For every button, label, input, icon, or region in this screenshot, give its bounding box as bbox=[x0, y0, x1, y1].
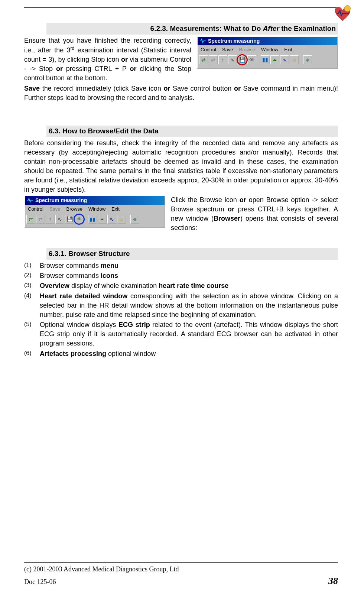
exit-door-icon[interactable]: ⎆ bbox=[130, 215, 139, 224]
list-item: Browser commands icons bbox=[24, 271, 338, 280]
spectrum-toolbar-save: Spectrum measuring Control Save Browse W… bbox=[197, 36, 338, 69]
heading-text: 6.3. How to Browse/Edit the Data bbox=[49, 127, 159, 135]
menu-window[interactable]: Window bbox=[261, 46, 278, 53]
eye-icon[interactable]: 👁 bbox=[75, 215, 84, 224]
para-623-2: Save the record immediately (click Save … bbox=[24, 84, 338, 103]
menu-exit[interactable]: Exit bbox=[284, 46, 292, 53]
eye-icon[interactable]: 👁 bbox=[247, 55, 256, 64]
menu-control[interactable]: Control bbox=[201, 46, 216, 53]
menu-exit[interactable]: Exit bbox=[111, 206, 120, 212]
section-6-2-3-body: Spectrum measuring Control Save Browse W… bbox=[24, 36, 338, 103]
list-item: Overview display of whole examination he… bbox=[24, 281, 338, 291]
page-number: 38 bbox=[328, 574, 338, 588]
chart-blue-icon[interactable]: ∿ bbox=[280, 55, 289, 64]
menu-browse: Browse bbox=[239, 46, 255, 53]
para-63-intro: Before considering the results, check th… bbox=[24, 139, 338, 195]
chart-green-icon[interactable]: ⏶ bbox=[270, 55, 279, 64]
smiley-icon[interactable]: ☺ bbox=[117, 215, 126, 224]
toolbar-menu: Control Save Browse Window Exit bbox=[198, 45, 337, 54]
menu-window[interactable]: Window bbox=[88, 206, 105, 212]
menu-browse[interactable]: Browse bbox=[66, 206, 82, 212]
heading-text: 6.2.3. Measurements: What to Do bbox=[150, 25, 263, 32]
heading-text: 6.3.1. Browser Structure bbox=[49, 250, 130, 257]
wave-icon[interactable]: ∿ bbox=[55, 215, 64, 224]
section-63-browse: Spectrum measuring Control Save Browse W… bbox=[24, 195, 338, 234]
arrow-up-icon[interactable]: ↑ bbox=[46, 215, 55, 224]
toolbar-icon-row: ⇄ ⇄ ↑ ∿ 💾 👁 ▮▮ ⏶ ∿ ☺ ⎆ bbox=[198, 54, 337, 65]
toolbar-title-text: Spectrum measuring bbox=[35, 197, 87, 204]
bars-icon[interactable]: ▮▮ bbox=[88, 215, 97, 224]
browser-structure-list: Browser commands menu Browser commands i… bbox=[24, 261, 338, 358]
toolbar-titlebar: Spectrum measuring bbox=[25, 196, 165, 205]
list-item: Optional window displays ECG strip relat… bbox=[24, 320, 338, 348]
save-disk-icon[interactable]: 💾 bbox=[238, 55, 247, 64]
arrows-grey-icon[interactable]: ⇄ bbox=[209, 55, 218, 64]
list-item: Heart rate detailed window corresponding… bbox=[24, 292, 338, 320]
heading-6-3-1: 6.3.1. Browser Structure bbox=[46, 248, 338, 260]
heading-6-3: 6.3. How to Browse/Edit the Data bbox=[46, 126, 338, 137]
spectrum-toolbar-browse: Spectrum measuring Control Save Browse W… bbox=[24, 195, 165, 228]
arrows-green-icon[interactable]: ⇄ bbox=[26, 215, 35, 224]
pulse-icon bbox=[27, 198, 33, 203]
bars-icon[interactable]: ▮▮ bbox=[261, 55, 270, 64]
chart-green-icon[interactable]: ⏶ bbox=[98, 215, 107, 224]
exit-door-icon[interactable]: ⎆ bbox=[303, 55, 312, 64]
svg-point-0 bbox=[344, 6, 351, 12]
heading-after-italic: After bbox=[263, 25, 279, 32]
pulse-icon bbox=[200, 38, 206, 43]
arrows-green-icon[interactable]: ⇄ bbox=[199, 55, 208, 64]
company-logo-icon bbox=[332, 4, 353, 24]
heading-6-2-3: 6.2.3. Measurements: What to Do After th… bbox=[46, 23, 338, 35]
wave-icon[interactable]: ∿ bbox=[228, 55, 237, 64]
page-footer: (c) 2001-2003 Advanced Medical Diagnosti… bbox=[24, 562, 338, 588]
arrow-up-icon[interactable]: ↑ bbox=[218, 55, 227, 64]
menu-save[interactable]: Save bbox=[222, 46, 233, 53]
arrows-grey-icon[interactable]: ⇄ bbox=[36, 215, 45, 224]
toolbar-icon-row: ⇄ ⇄ ↑ ∿ 💾 👁 ▮▮ ⏶ ∿ ☺ ⎆ bbox=[25, 214, 165, 225]
list-item: Artefacts processing optional window bbox=[24, 349, 338, 358]
menu-save: Save bbox=[49, 206, 61, 212]
save-disk-icon[interactable]: 💾 bbox=[65, 215, 74, 224]
chart-blue-icon[interactable]: ∿ bbox=[107, 215, 116, 224]
footer-docid: Doc 125-06 bbox=[24, 577, 56, 587]
top-rule bbox=[24, 7, 338, 8]
smiley-icon[interactable]: ☺ bbox=[290, 55, 299, 64]
menu-control[interactable]: Control bbox=[28, 206, 43, 212]
footer-copyright: (c) 2001-2003 Advanced Medical Diagnosti… bbox=[24, 565, 338, 574]
heading-tail: the Examination bbox=[279, 25, 336, 32]
list-item: Browser commands menu bbox=[24, 261, 338, 270]
toolbar-menu: Control Save Browse Window Exit bbox=[25, 205, 165, 214]
toolbar-titlebar: Spectrum measuring bbox=[198, 37, 337, 46]
toolbar-title-text: Spectrum measuring bbox=[208, 38, 260, 45]
